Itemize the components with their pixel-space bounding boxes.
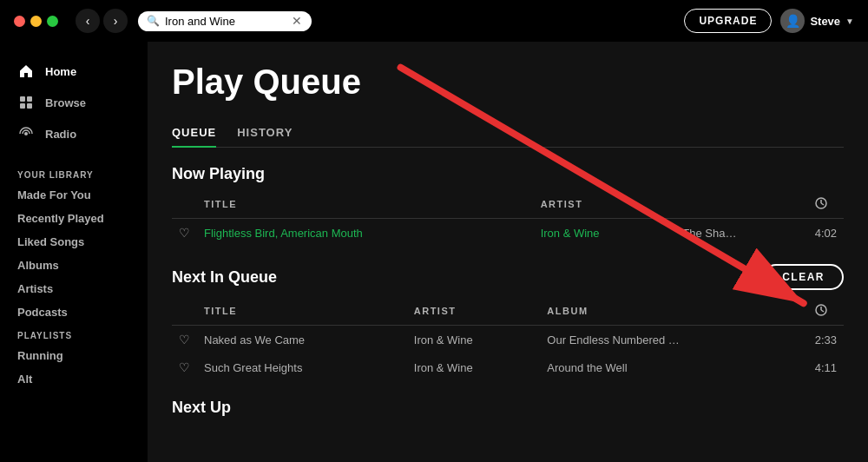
top-bar-right: UPGRADE 👤 Steve ▼ [684, 9, 854, 33]
browse-icon [17, 94, 35, 111]
col-duration-header2 [808, 300, 844, 326]
now-playing-table: TITLE ARTIST ALBUM ♡ Flightless Bir [172, 194, 844, 247]
page-title: Play Queue [172, 63, 844, 102]
heart-cell[interactable]: ♡ [172, 219, 197, 248]
sidebar: Home Browse [0, 42, 148, 462]
heart-icon[interactable]: ♡ [179, 360, 190, 374]
playlists-section-label: PLAYLISTS [0, 324, 148, 344]
user-area[interactable]: 👤 Steve ▼ [780, 9, 854, 33]
sidebar-item-artists[interactable]: Artists [0, 277, 148, 300]
svg-rect-1 [27, 96, 32, 102]
tab-history[interactable]: HISTORY [237, 119, 293, 148]
back-button[interactable]: ‹ [76, 9, 100, 33]
table-row: ♡ Flightless Bird, American Mouth Iron &… [172, 219, 844, 248]
main-layout: Home Browse [0, 42, 868, 462]
avatar: 👤 [780, 9, 805, 33]
svg-line-7 [821, 203, 824, 205]
clear-button[interactable]: CLEAR [763, 264, 844, 290]
queue-track-1-duration: 2:33 [808, 326, 844, 354]
queue-track-2-duration: 4:11 [808, 353, 844, 381]
search-bar: 🔍 ✕ [138, 11, 312, 31]
sidebar-item-made-for-you[interactable]: Made For You [0, 183, 148, 207]
sidebar-item-browse[interactable]: Browse [10, 87, 137, 118]
table-row: ♡ Naked as We Came Iron & Wine Our Endle… [172, 326, 844, 354]
svg-line-10 [821, 310, 824, 312]
heart-icon[interactable]: ♡ [179, 226, 190, 240]
sidebar-item-podcasts[interactable]: Podcasts [0, 300, 148, 324]
col-artist-header2: ARTIST [407, 300, 541, 326]
sidebar-item-liked-songs[interactable]: Liked Songs [0, 230, 148, 254]
home-icon [17, 63, 35, 80]
nav-buttons: ‹ › [76, 9, 128, 33]
queue-track-2-title: Such Great Heights [197, 353, 407, 381]
sidebar-nav: Home Browse [0, 56, 148, 149]
svg-point-4 [24, 132, 28, 135]
queue-track-1-title: Naked as We Came [197, 326, 407, 354]
sidebar-item-browse-label: Browse [45, 96, 86, 109]
sidebar-item-radio[interactable]: Radio [10, 118, 137, 149]
svg-rect-3 [27, 103, 32, 109]
minimize-window-button[interactable] [30, 16, 42, 27]
sidebar-item-home[interactable]: Home [10, 56, 137, 87]
content-area: Play Queue QUEUE HISTORY Now Playing TIT… [148, 42, 868, 462]
next-in-queue-header: Next In Queue CLEAR [172, 264, 844, 290]
col-duration-header-np [808, 194, 844, 219]
next-up-section-title: Next Up [172, 399, 844, 417]
search-clear-button[interactable]: ✕ [292, 15, 302, 27]
radio-icon [17, 125, 35, 142]
col-album-header2: ALBUM [540, 300, 807, 326]
queue-track-2-artist: Iron & Wine [407, 353, 541, 381]
sidebar-item-alt[interactable]: Alt [0, 367, 148, 391]
heart-cell-1[interactable]: ♡ [172, 326, 197, 354]
queue-track-2-album: Around the Well [540, 353, 807, 381]
col-title-header2: TITLE [197, 300, 407, 326]
now-playing-track-title: Flightless Bird, American Mouth [204, 227, 363, 240]
now-playing-track-duration: 4:02 [808, 219, 844, 248]
user-name: Steve [810, 15, 840, 28]
heart-icon[interactable]: ♡ [179, 333, 190, 346]
now-playing-track-artist: Iron & Wine [541, 227, 600, 240]
next-in-queue-section-title: Next In Queue [172, 268, 277, 287]
chevron-down-icon: ▼ [845, 16, 854, 26]
col-heart-header2 [172, 300, 197, 326]
tabs: QUEUE HISTORY [172, 119, 844, 148]
sidebar-item-albums[interactable]: Albums [0, 254, 148, 277]
col-artist-header: ARTIST [534, 194, 676, 219]
sidebar-item-radio-label: Radio [45, 128, 76, 141]
tab-queue[interactable]: QUEUE [172, 119, 216, 148]
close-window-button[interactable] [14, 16, 25, 27]
heart-cell-2[interactable]: ♡ [172, 353, 197, 381]
col-heart-header [172, 194, 197, 219]
traffic-lights [14, 16, 58, 27]
svg-rect-2 [20, 103, 25, 109]
top-bar: ‹ › 🔍 ✕ UPGRADE 👤 Steve ▼ [0, 0, 868, 42]
sidebar-item-running[interactable]: Running [0, 344, 148, 367]
queue-track-1-album: Our Endless Numbered … [540, 326, 807, 354]
now-playing-section-title: Now Playing [172, 165, 844, 183]
now-playing-track-album: The Sha… [682, 227, 736, 240]
search-input[interactable] [165, 15, 286, 28]
queue-track-1-artist: Iron & Wine [407, 326, 541, 354]
svg-rect-0 [20, 96, 25, 102]
sidebar-item-recently-played[interactable]: Recently Played [0, 207, 148, 230]
next-in-queue-table: TITLE ARTIST ALBUM ♡ Naked as We Ca [172, 300, 844, 381]
table-row: ♡ Such Great Heights Iron & Wine Around … [172, 353, 844, 381]
maximize-window-button[interactable] [47, 16, 58, 27]
search-icon: 🔍 [147, 15, 160, 27]
forward-button[interactable]: › [103, 9, 128, 33]
col-title-header: TITLE [197, 194, 534, 219]
sidebar-item-home-label: Home [45, 65, 76, 78]
library-section-label: YOUR LIBRARY [0, 163, 148, 183]
upgrade-button[interactable]: UPGRADE [684, 9, 772, 33]
